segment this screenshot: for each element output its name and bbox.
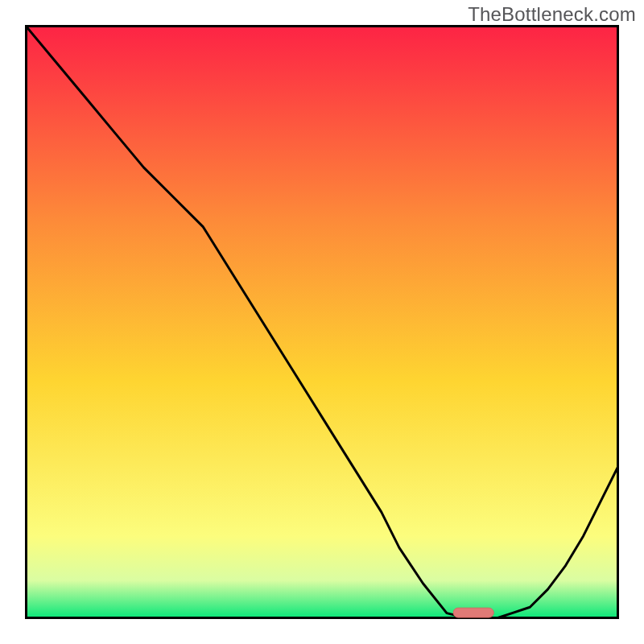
chart-frame: TheBottleneck.com	[0, 0, 644, 644]
watermark-text: TheBottleneck.com	[468, 3, 636, 26]
optimal-marker	[453, 608, 493, 617]
bottleneck-chart	[25, 25, 619, 619]
chart-svg	[25, 25, 619, 619]
chart-background	[25, 25, 619, 619]
